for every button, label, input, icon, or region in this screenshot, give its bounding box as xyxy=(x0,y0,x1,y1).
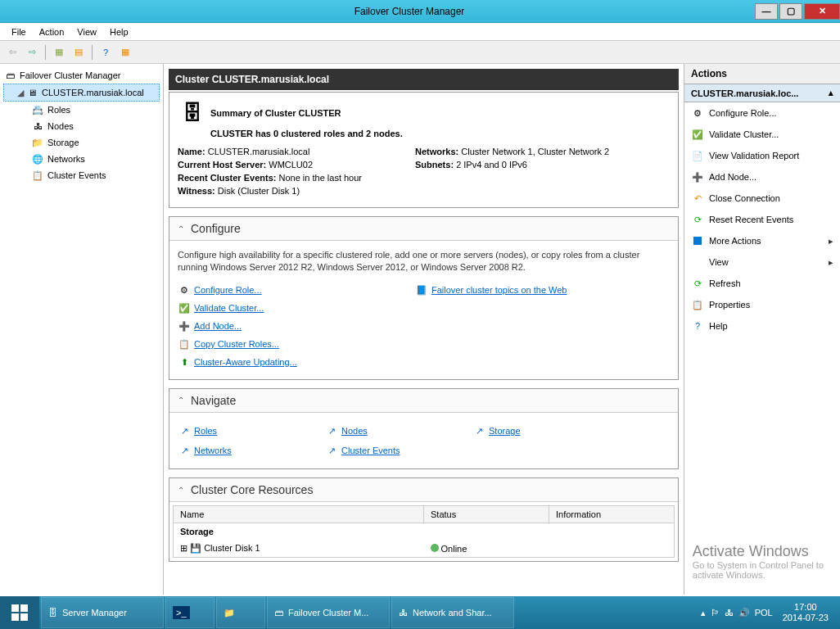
reset-icon: ⟳ xyxy=(691,213,704,226)
action-close-connection[interactable]: ↶Close Connection xyxy=(684,188,840,209)
nav-nodes[interactable]: Nodes xyxy=(341,421,368,441)
nav-arrow-icon: ↗ xyxy=(472,424,485,437)
action-view-report[interactable]: 📄View Validation Report xyxy=(684,145,840,166)
link-copy-roles[interactable]: Copy Cluster Roles... xyxy=(194,335,279,353)
submenu-arrow-icon: ▸ xyxy=(829,236,833,247)
task-powershell[interactable]: >_ xyxy=(165,597,215,628)
navigate-title: Navigate xyxy=(191,394,236,407)
online-status-icon xyxy=(431,544,439,552)
content-header: Cluster CLUSTER.marusiak.local xyxy=(169,69,679,90)
toolbar-icon-4[interactable]: ▦ xyxy=(116,43,134,61)
server-manager-icon: 🗄 xyxy=(48,608,57,618)
host-label: Current Host Server: xyxy=(178,160,266,170)
svg-rect-2 xyxy=(11,613,19,621)
tree-storage[interactable]: ▷ 📁 Storage xyxy=(3,134,160,151)
minimize-button[interactable]: — xyxy=(755,3,778,20)
action-view[interactable]: View▸ xyxy=(684,251,840,273)
maximize-button[interactable]: ▢ xyxy=(779,3,802,20)
copy-roles-icon: 📋 xyxy=(178,337,191,351)
window-titlebar: Failover Cluster Manager — ▢ ✕ xyxy=(0,0,840,23)
col-status[interactable]: Status xyxy=(424,506,549,523)
menu-help[interactable]: Help xyxy=(103,25,135,38)
tree-root-label: Failover Cluster Manager xyxy=(20,70,121,80)
action-configure-role[interactable]: ⚙Configure Role... xyxy=(684,102,840,124)
actions-context-header[interactable]: CLUSTER.marusiak.loc... ▴ xyxy=(684,84,840,102)
tree-events[interactable]: 📋 Cluster Events xyxy=(3,167,160,183)
tree-cluster[interactable]: ◢ 🖥 CLUSTER.marusiak.local xyxy=(3,84,160,102)
menu-bar: File Action View Help xyxy=(0,23,840,41)
nav-networks[interactable]: Networks xyxy=(194,441,232,460)
subnets-value: 2 IPv4 and 0 IPv6 xyxy=(456,160,527,170)
nav-arrow-icon: ↗ xyxy=(325,444,338,457)
updating-icon: ⬆ xyxy=(178,355,191,369)
expand-icon[interactable]: ⊞ xyxy=(180,543,187,553)
nav-cluster-events[interactable]: Cluster Events xyxy=(341,441,400,460)
action-help[interactable]: ?Help xyxy=(684,315,840,337)
collapse-arrow-icon: ▴ xyxy=(829,88,833,98)
tray-flag-icon[interactable]: 🏳 xyxy=(711,608,720,618)
task-explorer[interactable]: 📁 xyxy=(216,597,265,628)
action-refresh[interactable]: ⟳Refresh xyxy=(684,273,840,294)
report-icon: 📄 xyxy=(691,149,704,162)
nav-roles[interactable]: Roles xyxy=(194,421,217,441)
start-button[interactable] xyxy=(0,596,39,629)
host-value: WMCLU02 xyxy=(269,160,313,170)
tree-roles[interactable]: 📇 Roles xyxy=(3,102,160,118)
action-add-node[interactable]: ➕Add Node... xyxy=(684,166,840,188)
link-add-node[interactable]: Add Node... xyxy=(194,317,242,335)
disk-icon: 💾 xyxy=(190,543,201,553)
configure-header[interactable]: ⌃ Configure xyxy=(169,217,678,241)
toolbar-icon-2[interactable]: ▤ xyxy=(70,43,88,61)
table-row[interactable]: ⊞ 💾 Cluster Disk 1 Online xyxy=(174,540,675,558)
validate-icon: ✅ xyxy=(691,128,704,141)
tree-storage-label: Storage xyxy=(47,138,79,147)
tray-lang[interactable]: POL xyxy=(755,608,773,618)
action-reset-events[interactable]: ⟳Reset Recent Events xyxy=(684,209,840,230)
navigate-header[interactable]: ⌃ Navigate xyxy=(169,389,678,413)
resources-header[interactable]: ⌃ Cluster Core Resources xyxy=(169,478,678,502)
taskbar: 🗄Server Manager >_ 📁 🗃Failover Cluster M… xyxy=(0,596,840,629)
action-validate-cluster[interactable]: ✅Validate Cluster... xyxy=(684,124,840,145)
menu-view[interactable]: View xyxy=(70,25,103,38)
nodes-icon: 🖧 xyxy=(31,120,44,133)
tree-root[interactable]: 🗃 Failover Cluster Manager xyxy=(3,67,160,84)
roles-icon: 📇 xyxy=(31,103,44,116)
forward-button[interactable]: ⇨ xyxy=(23,43,41,61)
cluster-icon: 🗃 xyxy=(274,608,283,618)
task-server-manager[interactable]: 🗄Server Manager xyxy=(41,597,164,628)
menu-file[interactable]: File xyxy=(5,25,33,38)
link-validate-cluster[interactable]: Validate Cluster... xyxy=(194,299,264,317)
tree-networks[interactable]: 🌐 Networks xyxy=(3,151,160,167)
nav-arrow-icon: ↗ xyxy=(178,444,191,457)
tray-sound-icon[interactable]: 🔊 xyxy=(738,608,750,618)
task-failover-cluster[interactable]: 🗃Failover Cluster M... xyxy=(267,597,390,628)
action-properties[interactable]: 📋Properties xyxy=(684,294,840,315)
toolbar-icon-1[interactable]: ▦ xyxy=(50,43,68,61)
configure-role-icon: ⚙ xyxy=(178,283,191,296)
close-button[interactable]: ✕ xyxy=(804,3,840,20)
action-more-actions[interactable]: More Actions▸ xyxy=(684,230,840,251)
storage-icon: 📁 xyxy=(31,136,44,149)
network-icon: 🖧 xyxy=(399,608,408,618)
witness-label: Witness: xyxy=(178,186,215,196)
tray-show-hidden-icon[interactable]: ▴ xyxy=(701,608,706,618)
nav-storage[interactable]: Storage xyxy=(489,421,521,441)
task-network-sharing[interactable]: 🖧Network and Shar... xyxy=(391,597,514,628)
table-group-row[interactable]: Storage xyxy=(174,523,675,541)
menu-action[interactable]: Action xyxy=(33,25,71,38)
tray-network-icon[interactable]: 🖧 xyxy=(725,608,734,618)
collapse-icon[interactable]: ◢ xyxy=(16,88,25,98)
witness-value: Disk (Cluster Disk 1) xyxy=(218,186,300,196)
validate-icon: ✅ xyxy=(178,301,191,314)
web-icon: 📘 xyxy=(415,283,428,296)
link-cluster-updating[interactable]: Cluster-Aware Updating... xyxy=(194,353,297,371)
svg-rect-0 xyxy=(11,604,19,612)
link-configure-role[interactable]: Configure Role... xyxy=(194,281,262,299)
link-web-topics[interactable]: Failover cluster topics on the Web xyxy=(431,281,567,299)
toolbar-icon-3[interactable]: ? xyxy=(97,43,115,61)
tray-clock[interactable]: 17:00 2014-07-23 xyxy=(778,602,833,623)
tree-nodes[interactable]: 🖧 Nodes xyxy=(3,118,160,134)
col-name[interactable]: Name xyxy=(174,506,424,523)
col-info[interactable]: Information xyxy=(549,506,675,523)
back-button[interactable]: ⇦ xyxy=(3,43,21,61)
